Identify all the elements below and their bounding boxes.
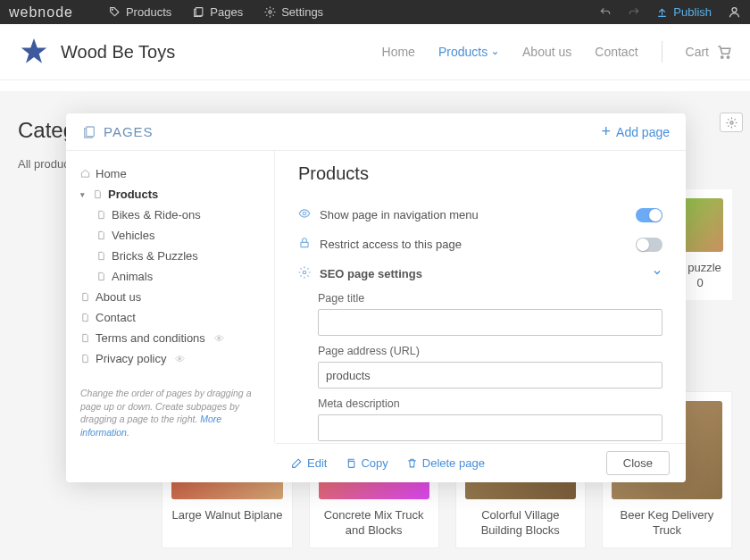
page-icon xyxy=(80,333,90,343)
svg-rect-11 xyxy=(349,461,355,467)
svg-rect-7 xyxy=(87,127,95,137)
tree-item-terms[interactable]: Terms and conditions👁 xyxy=(80,328,265,348)
home-icon xyxy=(80,169,90,179)
close-button[interactable]: Close xyxy=(606,451,670,475)
page-detail-panel: Products Show page in navigation menu Re… xyxy=(275,151,686,443)
trash-icon xyxy=(406,457,418,469)
modal-header: PAGES + Add page xyxy=(66,113,686,151)
tree-item-bricks[interactable]: Bricks & Puzzles xyxy=(96,246,265,266)
gear-icon xyxy=(298,266,311,281)
eye-icon xyxy=(298,207,311,222)
tree-item-products[interactable]: ▾ Products xyxy=(80,184,265,205)
page-icon xyxy=(80,313,90,322)
delete-page-button[interactable]: Delete page xyxy=(406,456,485,470)
edit-page-button[interactable]: Edit xyxy=(291,456,327,470)
page-icon xyxy=(80,292,90,302)
input-meta-description[interactable] xyxy=(318,414,662,441)
setting-show-in-nav: Show page in navigation menu xyxy=(298,200,662,230)
label-page-title: Page title xyxy=(318,292,662,305)
tree-hint: Change the order of pages by dragging a … xyxy=(80,369,265,439)
copy-page-button[interactable]: Copy xyxy=(345,456,388,470)
page-icon xyxy=(96,210,106,220)
label-page-url: Page address (URL) xyxy=(318,345,662,357)
hidden-icon: 👁 xyxy=(214,333,224,344)
toggle-show-in-nav[interactable] xyxy=(636,208,662,222)
modal-title: PAGES xyxy=(82,124,154,139)
label-meta-description: Meta description xyxy=(318,397,662,410)
page-tree-panel: Home ▾ Products Bikes & Ride-ons Vehicle… xyxy=(66,151,275,443)
copy-icon xyxy=(345,457,356,469)
edit-icon xyxy=(291,457,303,469)
page-icon xyxy=(80,354,90,364)
svg-point-10 xyxy=(303,271,306,274)
field-page-title: Page title xyxy=(318,292,662,336)
lock-icon xyxy=(298,237,311,252)
pages-stack-icon xyxy=(82,125,96,139)
tree-item-privacy[interactable]: Privacy policy👁 xyxy=(80,348,265,369)
page-icon xyxy=(93,189,103,199)
tree-item-about[interactable]: About us xyxy=(80,287,265,307)
tree-item-bikes[interactable]: Bikes & Ride-ons xyxy=(96,205,265,225)
tree-item-home[interactable]: Home xyxy=(80,163,265,184)
toggle-restrict-access[interactable] xyxy=(636,238,662,252)
input-page-title[interactable] xyxy=(318,309,662,336)
page-icon xyxy=(96,251,106,261)
detail-scroll[interactable]: Products Show page in navigation menu Re… xyxy=(275,151,686,443)
tree-item-vehicles[interactable]: Vehicles xyxy=(96,225,265,246)
modal-footer: Edit Copy Delete page Close xyxy=(275,443,686,482)
svg-rect-9 xyxy=(301,242,308,247)
page-icon xyxy=(96,272,106,281)
field-meta-description: Meta description xyxy=(318,397,662,441)
tree-item-animals[interactable]: Animals xyxy=(96,266,265,287)
svg-point-8 xyxy=(303,212,306,215)
caret-down-icon: ▾ xyxy=(80,190,88,199)
field-page-url: Page address (URL) xyxy=(318,345,662,389)
chevron-down-icon[interactable] xyxy=(652,267,662,280)
page-icon xyxy=(96,230,106,240)
plus-icon: + xyxy=(602,122,612,141)
input-page-url[interactable] xyxy=(318,362,662,389)
seo-section-header[interactable]: SEO page settings xyxy=(298,259,662,288)
pages-modal: PAGES + Add page Home ▾ Products Bikes &… xyxy=(66,113,686,482)
detail-page-title: Products xyxy=(298,163,662,184)
setting-restrict-access: Restrict access to this page xyxy=(298,230,662,259)
modal-body: Home ▾ Products Bikes & Ride-ons Vehicle… xyxy=(66,151,686,443)
hidden-icon: 👁 xyxy=(175,354,185,364)
tree-item-contact[interactable]: Contact xyxy=(80,307,265,328)
add-page-button[interactable]: + Add page xyxy=(602,122,670,141)
